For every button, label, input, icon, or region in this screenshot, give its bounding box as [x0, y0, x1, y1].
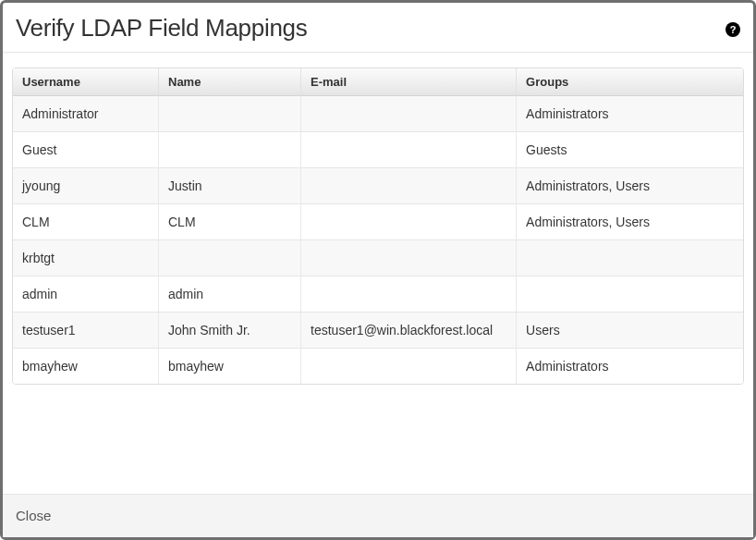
cell-email [301, 349, 517, 384]
dialog-footer: Close [3, 494, 753, 537]
cell-email [301, 132, 517, 168]
cell-name: admin [159, 276, 301, 313]
col-header-name[interactable]: Name [159, 68, 301, 96]
cell-email [301, 204, 517, 240]
ldap-verify-dialog: Verify LDAP Field Mappings ? Username Na… [0, 0, 756, 540]
cell-groups: Administrators, Users [517, 168, 743, 204]
cell-username: CLM [13, 204, 159, 240]
cell-email: testuser1@win.blackforest.local [301, 313, 517, 349]
table-row: bmayhewbmayhewAdministrators [13, 349, 743, 384]
cell-email [301, 276, 517, 313]
cell-groups: Administrators, Users [517, 204, 743, 240]
cell-username: jyoung [13, 168, 159, 204]
cell-username: Administrator [13, 96, 159, 132]
table-row: CLMCLMAdministrators, Users [13, 204, 743, 240]
cell-groups [517, 240, 743, 276]
dialog-header: Verify LDAP Field Mappings ? [3, 3, 753, 52]
cell-name: John Smith Jr. [159, 313, 301, 349]
table-row: adminadmin [13, 276, 743, 313]
table-row: testuser1John Smith Jr.testuser1@win.bla… [13, 313, 743, 349]
table-header-row: Username Name E-mail Groups [13, 68, 743, 96]
table-row: GuestGuests [13, 132, 743, 168]
cell-name [159, 132, 301, 168]
ldap-mapping-table: Username Name E-mail Groups Administrato… [12, 68, 744, 385]
cell-email [301, 96, 517, 132]
cell-username: Guest [13, 132, 159, 168]
col-header-email[interactable]: E-mail [301, 68, 517, 96]
cell-name: Justin [159, 168, 301, 204]
cell-email [301, 168, 517, 204]
cell-name: CLM [159, 204, 301, 240]
cell-groups: Administrators [517, 96, 743, 132]
dialog-title: Verify LDAP Field Mappings [16, 14, 307, 43]
cell-groups: Users [517, 313, 743, 349]
help-icon[interactable]: ? [726, 22, 740, 37]
cell-groups [517, 276, 743, 313]
cell-email [301, 240, 517, 276]
cell-name [159, 96, 301, 132]
table-row: AdministratorAdministrators [13, 96, 743, 132]
col-header-username[interactable]: Username [13, 68, 159, 96]
cell-username: bmayhew [13, 349, 159, 384]
close-button[interactable]: Close [16, 508, 51, 523]
cell-username: krbtgt [13, 240, 159, 276]
cell-groups: Guests [517, 132, 743, 168]
cell-name: bmayhew [159, 349, 301, 384]
cell-username: admin [13, 276, 159, 313]
table-row: krbtgt [13, 240, 743, 276]
dialog-body: Username Name E-mail Groups Administrato… [3, 53, 753, 494]
cell-groups: Administrators [517, 349, 743, 384]
table-row: jyoungJustinAdministrators, Users [13, 168, 743, 204]
cell-name [159, 240, 301, 276]
col-header-groups[interactable]: Groups [517, 68, 743, 96]
cell-username: testuser1 [13, 313, 159, 349]
